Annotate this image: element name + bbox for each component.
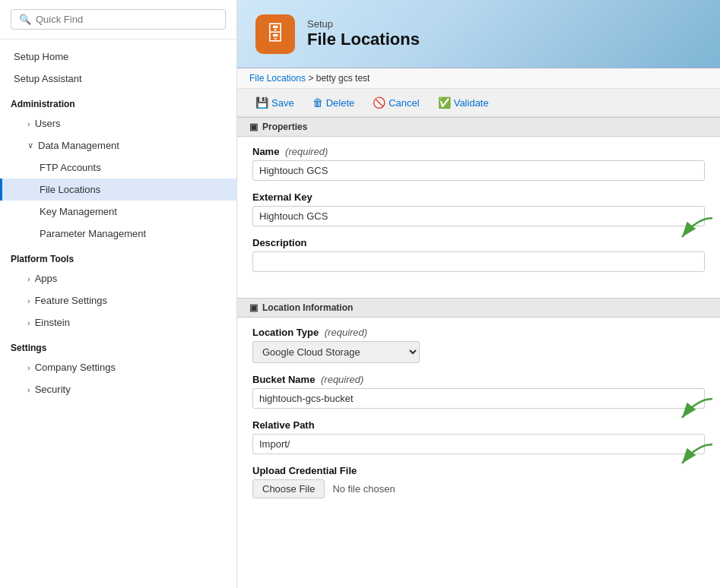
bucket-name-field-group: Bucket Name (required)	[252, 374, 705, 409]
sidebar-item-apps[interactable]: › Apps	[0, 267, 236, 289]
breadcrumb-link[interactable]: File Locations	[249, 73, 306, 84]
chevron-right-icon: ›	[27, 296, 30, 305]
sidebar-item-ftp-accounts[interactable]: FTP Accounts	[0, 156, 236, 179]
location-type-field-group: Location Type (required) Google Cloud St…	[252, 327, 705, 363]
location-section-header: ▣ Location Information	[237, 298, 720, 318]
header-text: Setup File Locations	[307, 18, 420, 49]
sidebar-item-users[interactable]: › Users	[0, 112, 236, 134]
sidebar-item-feature-settings[interactable]: › Feature Settings	[0, 289, 236, 311]
section-collapse-icon-2[interactable]: ▣	[249, 302, 258, 313]
breadcrumb: File Locations > betty gcs test	[237, 68, 720, 89]
validate-icon: ✅	[438, 96, 451, 109]
properties-section-header: ▣ Properties	[237, 117, 720, 137]
delete-button[interactable]: 🗑 Delete	[305, 93, 363, 112]
external-key-input[interactable]	[252, 206, 705, 226]
save-icon: 💾	[255, 96, 268, 109]
sidebar-item-data-management[interactable]: ∨ Data Management	[0, 134, 236, 156]
header-icon: 🗄	[255, 14, 295, 54]
upload-row: Choose File No file chosen	[252, 479, 705, 498]
sidebar-item-setup-home[interactable]: Setup Home	[0, 46, 236, 68]
sidebar-item-label: Parameter Management	[40, 228, 146, 239]
no-file-text: No file chosen	[332, 483, 395, 495]
validate-button[interactable]: ✅ Validate	[430, 93, 496, 112]
section-header-platform-tools: Platform Tools	[0, 245, 236, 267]
name-input[interactable]	[252, 160, 705, 181]
section-collapse-icon[interactable]: ▣	[249, 122, 258, 132]
delete-icon: 🗑	[312, 96, 323, 109]
external-key-label: External Key	[252, 191, 705, 203]
sidebar-item-label: Einstein	[35, 317, 70, 328]
main-content: 🗄 Setup File Locations File Locations > …	[237, 0, 720, 588]
sidebar-item-einstein[interactable]: › Einstein	[0, 311, 236, 334]
name-field-group: Name (required)	[252, 146, 705, 181]
section-header-administration: Administration	[0, 90, 236, 112]
chevron-down-icon: ∨	[27, 141, 33, 150]
location-form-body: Location Type (required) Google Cloud St…	[237, 318, 720, 524]
sidebar-nav: Setup Home Setup Assistant Administratio…	[0, 40, 236, 588]
choose-file-button[interactable]: Choose File	[252, 479, 325, 498]
name-label: Name (required)	[252, 146, 705, 157]
save-button[interactable]: 💾 Save	[248, 93, 302, 112]
save-label: Save	[271, 97, 294, 109]
content-area: ▣ Properties Name (required) External Ke…	[237, 117, 720, 588]
sidebar-item-label: Users	[35, 118, 61, 129]
breadcrumb-separator: >	[308, 73, 316, 84]
validate-label: Validate	[454, 97, 489, 109]
sidebar-item-parameter-management[interactable]: Parameter Management	[0, 223, 236, 245]
sidebar-item-label: Company Settings	[35, 362, 116, 373]
bucket-name-input[interactable]	[252, 388, 705, 409]
location-type-required: (required)	[325, 327, 367, 338]
sidebar-item-label: Setup Home	[14, 51, 68, 62]
sidebar-item-label: Key Management	[40, 206, 117, 217]
sidebar-item-label: FTP Accounts	[40, 162, 101, 173]
description-field-group: Description	[252, 237, 705, 272]
chevron-right-icon: ›	[27, 363, 30, 372]
properties-form-body: Name (required) External Key	[237, 137, 720, 298]
relative-path-input[interactable]	[252, 434, 705, 454]
sidebar-item-label: Security	[35, 384, 71, 395]
sidebar-item-file-locations[interactable]: File Locations	[0, 179, 236, 201]
chevron-right-icon: ›	[27, 318, 30, 327]
cancel-label: Cancel	[389, 97, 419, 109]
upload-credential-label: Upload Credential File	[252, 465, 705, 476]
sidebar-item-label: Setup Assistant	[14, 73, 82, 84]
sidebar-item-security[interactable]: › Security	[0, 378, 236, 400]
external-key-field-group: External Key	[252, 191, 705, 226]
header-subtitle: Setup	[307, 18, 420, 30]
relative-path-field-group: Relative Path	[252, 419, 705, 454]
search-container: 🔍	[0, 0, 236, 40]
breadcrumb-current: betty gcs test	[316, 73, 370, 84]
search-box: 🔍	[11, 9, 226, 30]
sidebar-item-company-settings[interactable]: › Company Settings	[0, 356, 236, 378]
chevron-right-icon: ›	[27, 119, 30, 128]
sidebar-item-key-management[interactable]: Key Management	[0, 201, 236, 223]
cancel-icon: 🚫	[373, 96, 385, 109]
sidebar-item-label: Data Management	[38, 140, 119, 151]
sidebar: 🔍 Setup Home Setup Assistant Administrat…	[0, 0, 237, 588]
page-title: File Locations	[307, 30, 420, 49]
name-required: (required)	[285, 146, 328, 157]
sidebar-item-label: Feature Settings	[35, 295, 107, 306]
description-input[interactable]	[252, 251, 705, 272]
cancel-button[interactable]: 🚫 Cancel	[365, 93, 427, 112]
search-icon: 🔍	[19, 14, 31, 25]
delete-label: Delete	[326, 97, 355, 109]
page-header: 🗄 Setup File Locations	[237, 0, 720, 68]
section-header-settings: Settings	[0, 334, 236, 356]
properties-section-title: Properties	[262, 122, 307, 132]
location-section-title: Location Information	[262, 302, 353, 313]
search-input[interactable]	[36, 14, 217, 25]
upload-credential-field-group: Upload Credential File Choose File No fi…	[252, 465, 705, 498]
chevron-right-icon: ›	[27, 274, 30, 283]
relative-path-label: Relative Path	[252, 419, 705, 431]
location-type-label: Location Type (required)	[252, 327, 705, 338]
toolbar: 💾 Save 🗑 Delete 🚫 Cancel ✅ Validate	[237, 89, 720, 117]
bucket-name-label: Bucket Name (required)	[252, 374, 705, 385]
location-type-select[interactable]: Google Cloud Storage	[252, 341, 420, 363]
description-label: Description	[252, 237, 705, 248]
sidebar-item-label: Apps	[35, 273, 58, 284]
bucket-name-required: (required)	[321, 374, 363, 385]
sidebar-item-setup-assistant[interactable]: Setup Assistant	[0, 68, 236, 90]
chevron-right-icon: ›	[27, 385, 30, 394]
sidebar-item-label: File Locations	[40, 184, 100, 195]
